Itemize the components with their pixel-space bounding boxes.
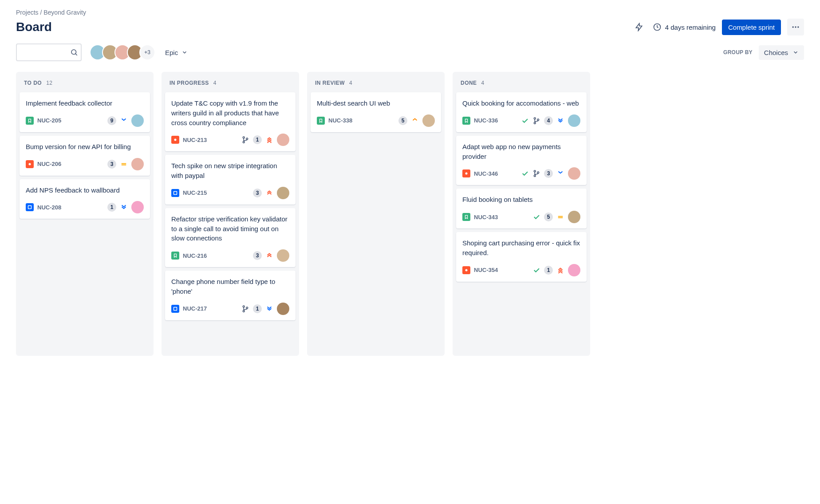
assignee-avatar[interactable]: [422, 114, 435, 127]
issue-card[interactable]: Bump version for new API for billing NUC…: [20, 136, 150, 176]
branch-icon: [532, 169, 540, 177]
breadcrumb: Projects / Beyond Gravity: [16, 9, 804, 16]
chevron-down-icon: [181, 49, 188, 55]
svg-point-15: [243, 305, 244, 307]
column-header: TO DO 12: [20, 77, 150, 92]
assignee-avatar[interactable]: [568, 211, 580, 223]
assignee-avatar[interactable]: [568, 264, 580, 276]
card-title: Tech spike on new stripe integration wit…: [171, 161, 289, 181]
assignee-avatar[interactable]: [131, 114, 144, 127]
story-points-badge: 3: [253, 189, 262, 197]
story-points-badge: 3: [544, 169, 553, 178]
svg-rect-14: [174, 307, 177, 310]
epic-filter[interactable]: Epic: [163, 46, 189, 59]
issue-card[interactable]: Tech spike on new stripe integration wit…: [165, 155, 296, 205]
issue-key: NUC-338: [328, 117, 352, 124]
group-by-dropdown[interactable]: Choices: [759, 45, 804, 60]
priority-medium-icon: [556, 213, 564, 221]
issue-card[interactable]: Update T&C copy with v1.9 from the write…: [165, 92, 296, 151]
svg-rect-8: [28, 206, 32, 209]
issue-card[interactable]: Implement feedback collector NUC-205 9: [20, 92, 150, 132]
ellipsis-icon: [791, 23, 800, 32]
avatar-more[interactable]: +3: [139, 44, 155, 60]
story-points-badge: 3: [107, 160, 116, 169]
story-type-icon: [171, 252, 179, 260]
priority-icon: [556, 117, 564, 125]
card-title: Add NPS feedback to wallboard: [26, 185, 144, 195]
priority-icon: [120, 203, 128, 211]
check-icon: [521, 169, 529, 177]
priority-icon: [411, 117, 419, 125]
issue-card[interactable]: Adapt web app no new payments provider N…: [456, 136, 587, 185]
clock-icon: [653, 23, 662, 32]
breadcrumb-project[interactable]: Beyond Gravity: [43, 9, 86, 16]
svg-point-1: [792, 26, 794, 28]
svg-point-17: [246, 307, 248, 308]
svg-point-10: [243, 137, 244, 138]
assignee-avatars[interactable]: +3: [90, 44, 155, 60]
assignee-avatar[interactable]: [131, 201, 144, 213]
branch-icon: [532, 117, 540, 125]
svg-rect-26: [558, 217, 563, 218]
check-icon: [532, 213, 540, 221]
assignee-avatar[interactable]: [568, 114, 580, 127]
story-points-badge: 5: [544, 213, 553, 221]
assignee-avatar[interactable]: [277, 134, 289, 146]
story-type-icon: [317, 117, 325, 125]
column-header: IN PROGRESS 4: [165, 77, 296, 92]
svg-point-4: [71, 50, 76, 55]
column-inreview: IN REVIEW 4 Multi-dest search UI web NUC…: [307, 72, 445, 356]
column-title: IN PROGRESS: [170, 80, 209, 86]
issue-card[interactable]: Refactor stripe verification key validat…: [165, 208, 296, 267]
svg-point-20: [537, 119, 539, 121]
issue-card[interactable]: Change phone number field type to 'phone…: [165, 271, 296, 320]
card-title: Fluid booking on tablets: [462, 195, 580, 205]
svg-point-12: [246, 138, 248, 140]
svg-point-19: [534, 122, 536, 124]
assignee-avatar[interactable]: [568, 167, 580, 180]
svg-point-5: [29, 163, 31, 165]
priority-icon: [265, 252, 273, 260]
svg-point-16: [243, 310, 244, 312]
card-title: Adapt web app no new payments provider: [462, 142, 580, 161]
svg-point-2: [795, 26, 796, 28]
column-count: 4: [213, 80, 217, 86]
automation-icon[interactable]: [631, 20, 647, 35]
column-count: 12: [46, 80, 52, 86]
assignee-avatar[interactable]: [277, 303, 289, 315]
story-points-badge: 1: [107, 203, 116, 212]
task-type-icon: [26, 203, 34, 211]
issue-card[interactable]: Quick booking for accomodations - web NU…: [456, 92, 587, 132]
breadcrumb-projects[interactable]: Projects: [16, 9, 39, 16]
svg-point-3: [797, 26, 799, 28]
complete-sprint-button[interactable]: Complete sprint: [722, 20, 781, 35]
issue-key: NUC-354: [474, 267, 498, 273]
issue-card[interactable]: Shoping cart purchasing error - quick fi…: [456, 232, 587, 282]
issue-key: NUC-343: [474, 214, 498, 220]
story-points-badge: 1: [544, 266, 553, 275]
assignee-avatar[interactable]: [131, 158, 144, 170]
issue-key: NUC-215: [183, 189, 207, 196]
more-actions-button[interactable]: [787, 19, 804, 35]
card-title: Change phone number field type to 'phone…: [171, 277, 289, 296]
issue-key: NUC-216: [183, 252, 207, 259]
issue-card[interactable]: Add NPS feedback to wallboard NUC-208 1: [20, 179, 150, 219]
title-actions: 4 days remaining Complete sprint: [631, 19, 804, 35]
priority-icon: [556, 169, 564, 177]
assignee-avatar[interactable]: [277, 249, 289, 262]
column-header: IN REVIEW 4: [311, 77, 441, 92]
priority-icon: [265, 136, 273, 144]
issue-card[interactable]: Fluid booking on tablets NUC-343 5: [456, 189, 587, 228]
svg-point-24: [537, 172, 539, 173]
card-title: Bump version for new API for billing: [26, 142, 144, 152]
issue-key: NUC-217: [183, 305, 207, 312]
bug-type-icon: [171, 136, 179, 144]
issue-card[interactable]: Multi-dest search UI web NUC-338 5: [311, 92, 441, 132]
svg-point-9: [174, 139, 177, 141]
assignee-avatar[interactable]: [277, 187, 289, 199]
card-title: Refactor stripe verification key validat…: [171, 214, 289, 243]
story-points-badge: 4: [544, 116, 553, 125]
board: TO DO 12 Implement feedback collector NU…: [16, 72, 804, 356]
priority-medium-icon: [120, 160, 128, 168]
column-title: IN REVIEW: [315, 80, 345, 86]
